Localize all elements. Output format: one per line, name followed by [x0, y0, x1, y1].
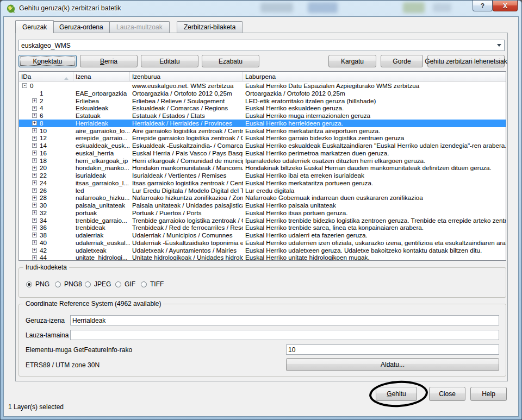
tree-expander-icon[interactable] [32, 188, 37, 193]
feature-limit-input[interactable] [286, 344, 499, 355]
row-name-cell: itsas_garraioko_l... [73, 179, 130, 187]
row-abstract-cell: Euskal Herriko itsas portuen geruza. [243, 209, 506, 217]
row-title-cell: Herri elkargoak / Comunidad de municipi.… [130, 157, 243, 165]
radio-jpeg[interactable]: JPEG [85, 280, 111, 288]
tree-expander-icon[interactable] [32, 248, 37, 253]
table-row[interactable]: 10 aire_garraioko_lo... Aire garraioko l… [19, 127, 506, 135]
table-row[interactable]: 4 Eskualdeak Eskualdeak / Comarcas / Reg… [19, 104, 506, 112]
help-button[interactable]: Help [470, 387, 507, 401]
tree-expander-icon[interactable] [32, 203, 37, 208]
window-help-button[interactable]: ? [473, 1, 493, 11]
table-row[interactable]: 34 trenbide_garraio... Trenbide garraiok… [19, 217, 506, 224]
radio-png[interactable]: PNG [26, 280, 49, 288]
table-row[interactable]: 22 isurialdeak Isurialdeak / Vertientes … [19, 172, 506, 179]
load-button[interactable]: Kargatu [328, 55, 376, 67]
tree-expander-icon[interactable] [32, 151, 37, 155]
tree-expander-icon[interactable] [32, 136, 37, 141]
tree-expander-icon[interactable] [32, 255, 37, 260]
column-label: IDa [21, 73, 31, 80]
table-row[interactable]: 42 udaletxeak Udaletxeak / Ayuntamientos… [19, 247, 506, 254]
tree-expander-icon[interactable] [22, 83, 27, 88]
table-row[interactable]: 28 nafarroako_hizku... Nafarroako hizkun… [19, 194, 506, 202]
tile-size-input[interactable] [70, 330, 499, 340]
column-header-laburpena[interactable]: Laburpena [243, 72, 506, 81]
connect-button[interactable]: Konektatu [18, 55, 77, 67]
tree-expander-icon[interactable] [32, 180, 37, 185]
tree-expander-icon[interactable] [32, 143, 37, 148]
tree-expander-icon[interactable] [32, 121, 37, 126]
save-button[interactable]: Gorde [381, 55, 423, 67]
chevron-down-icon[interactable] [494, 40, 504, 51]
row-id: 2 [40, 97, 44, 105]
table-row[interactable]: 38 udalerriak Udalerriak / Municipios / … [19, 231, 506, 239]
row-title-cell: Euskal Herria / Pais Vasco / Pays Basque [130, 149, 243, 157]
row-id: 10 [40, 127, 47, 135]
table-row[interactable]: 2 Erliebea Erliebea / Relieve / Soulagem… [19, 97, 506, 105]
table-row[interactable]: 18 herri_elkargoak_ip Herri elkargoak / … [19, 157, 506, 165]
layers-table[interactable]: IDa Izena Izenburua Laburpena 0 www.eusk… [18, 71, 506, 261]
tree-expander-icon[interactable] [32, 233, 37, 237]
tab-geruzak[interactable]: Geruzak [15, 20, 54, 33]
tree-expander-icon[interactable] [32, 210, 37, 215]
tree-expander-icon[interactable] [32, 98, 37, 103]
table-row[interactable]: 16 euskal_herria Euskal Herria / Pais Va… [19, 149, 506, 157]
sort-indicator-icon [64, 75, 69, 80]
row-name-cell: paisaia_unitateak [73, 202, 130, 209]
column-header-izenburua[interactable]: Izenburua [130, 72, 243, 81]
edit-button[interactable]: Editatu [141, 55, 198, 67]
tree-expander-icon[interactable] [32, 173, 37, 178]
row-name-cell: Erliebea [73, 97, 130, 105]
tree-expander-icon[interactable] [32, 196, 37, 200]
button-label: nektatu [41, 58, 62, 65]
titlebar[interactable]: Gehitu geruza(k) zerbitzari batetik ? X [1, 1, 521, 16]
table-row[interactable]: 1 EAE_ortoargazkia Ortoargazkia / Ortofo… [19, 90, 506, 97]
tab-zerbitzari-bilaketa[interactable]: Zerbitzari-bilaketa [177, 21, 243, 33]
titlebar-reflection [308, 2, 338, 13]
window-close-button[interactable]: X [493, 1, 518, 11]
radio-tiff[interactable]: TIFF [141, 280, 164, 288]
table-row[interactable]: 8 Herrialdeak Herrialdeak / Herrialdes /… [19, 120, 506, 127]
table-row[interactable]: 44 unitate_hidrologi... Unitate hidrolog… [19, 254, 506, 261]
column-header-izena[interactable]: Izena [73, 72, 130, 81]
row-name-cell: udaletxeak [73, 247, 130, 254]
table-row[interactable]: 40 udalerriak_euskal... Udalerriak -Eusk… [19, 239, 506, 247]
change-crs-button[interactable]: Aldatu... [286, 358, 499, 371]
row-id-cell: 10 [19, 127, 73, 135]
table-row[interactable]: 36 trenbideak Trenbideak / Red de ferroc… [19, 224, 506, 231]
titlebar-reflection [403, 2, 425, 13]
column-header-ida[interactable]: IDa [19, 72, 73, 81]
delete-button[interactable]: Ezabatu [202, 55, 259, 67]
tree-expander-icon[interactable] [32, 166, 37, 171]
layer-name-input[interactable] [70, 315, 499, 325]
table-row[interactable]: 6 Estatuak Estatuak / Estados / Etats Eu… [19, 112, 506, 120]
tree-expander-icon[interactable] [32, 106, 37, 111]
table-row[interactable]: 14 eskualdeak_eusk... Eskualdeak -Euskal… [19, 142, 506, 149]
add-default-servers-button[interactable]: Gehitu zerbitzari lehenetsiak [427, 55, 505, 67]
tree-expander-icon[interactable] [32, 240, 37, 245]
tree-expander-icon[interactable] [32, 218, 37, 223]
radio-label: JPEG [94, 280, 111, 288]
row-name-cell: nafarroako_hizku... [73, 194, 130, 202]
tree-expander-icon[interactable] [32, 113, 37, 118]
table-row[interactable]: 12 errepide_garraio... Errepide garraiok… [19, 134, 506, 142]
table-row[interactable]: 24 itsas_garraioko_l... Itsas garraioko … [19, 179, 506, 187]
table-row[interactable]: 26 led Lur Eredu Digitala / Modelo Digit… [19, 187, 506, 195]
tree-expander-icon[interactable] [32, 128, 37, 133]
close-button[interactable]: Close [429, 387, 465, 401]
tab-geruza-ordena[interactable]: Geruza-ordena [52, 21, 110, 33]
button-label: Editatu [159, 58, 179, 65]
radio-icon [26, 281, 32, 287]
row-id-cell: 38 [19, 231, 73, 239]
tree-expander-icon[interactable] [32, 225, 37, 230]
table-row[interactable]: 30 paisaia_unitateak Paisaia unitateak /… [19, 202, 506, 209]
server-connection-combobox[interactable]: euskalgeo_WMS [18, 40, 505, 51]
row-abstract-cell: Euskal Herriko merkataritza aireportuen … [243, 127, 506, 135]
table-row[interactable]: 20 hondakin_manko... Hondakin mankomunit… [19, 164, 506, 172]
table-row[interactable]: 32 portuak Portuak / Puertos / Ports Eus… [19, 209, 506, 217]
tree-expander-icon[interactable] [32, 158, 37, 163]
new-button[interactable]: Berria [80, 55, 138, 67]
radio-gif[interactable]: GIF [115, 280, 135, 288]
table-row[interactable]: 0 www.euskalgeo.net. WMS zerbitzua Euska… [19, 82, 506, 90]
button-label: Help [482, 390, 495, 398]
radio-png8[interactable]: PNG8 [55, 280, 82, 288]
